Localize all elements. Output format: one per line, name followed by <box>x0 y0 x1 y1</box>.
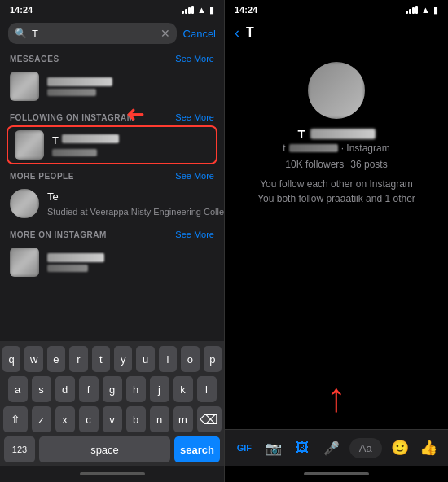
home-bar-right <box>304 472 369 475</box>
signal-icon-right <box>406 6 418 14</box>
message-input[interactable]: Aa <box>349 438 382 458</box>
home-bar-left <box>80 472 145 475</box>
key-n[interactable]: n <box>150 406 169 432</box>
following-see-more[interactable]: See More <box>175 112 214 122</box>
battery-icon-right: ▮ <box>433 5 438 15</box>
key-123[interactable]: 123 <box>4 436 35 462</box>
search-input-wrap[interactable]: 🔍 T ✕ <box>8 23 177 44</box>
profile-avatar <box>308 62 365 119</box>
home-indicator-right <box>225 466 448 482</box>
key-a[interactable]: a <box>8 376 28 402</box>
red-arrow-right: ↑ <box>327 374 347 421</box>
mic-button[interactable]: 🎤 <box>320 436 343 459</box>
more-instagram-result-item[interactable] <box>0 243 224 282</box>
following-name-blur <box>62 134 119 143</box>
avatar-blur <box>308 62 365 119</box>
key-c[interactable]: c <box>79 406 99 432</box>
emoji-button[interactable]: 🙂 <box>389 436 411 459</box>
right-top-bar: ‹ T <box>225 20 448 46</box>
photo-icon: 🖼 <box>296 440 309 455</box>
key-y[interactable]: y <box>114 346 132 372</box>
key-k[interactable]: k <box>173 376 193 402</box>
time-left: 14:24 <box>10 5 33 15</box>
profile-name-letter: T <box>297 127 305 141</box>
messages-section-title: MESSAGES <box>10 55 59 64</box>
mic-icon: 🎤 <box>323 440 340 456</box>
profile-info-line-1: You follow each other on Instagram <box>257 177 415 191</box>
key-q[interactable]: q <box>2 346 20 372</box>
more-instagram-name-blur <box>47 253 104 262</box>
more-instagram-item-text <box>47 253 214 272</box>
right-bottom-bar: GIF 📷 🖼 🎤 Aa 🙂 👍 <box>225 429 448 466</box>
profile-info-lines: You follow each other on Instagram You b… <box>257 177 415 206</box>
key-i[interactable]: i <box>159 346 177 372</box>
battery-icon: ▮ <box>209 5 214 15</box>
profile-name-row: T <box>297 127 375 141</box>
messages-sub-blur <box>47 89 96 96</box>
gif-label: GIF <box>237 443 252 453</box>
key-space[interactable]: space <box>39 436 170 462</box>
messages-name-blur <box>47 77 112 86</box>
search-input[interactable]: T <box>32 28 156 40</box>
key-b[interactable]: b <box>126 406 146 432</box>
message-placeholder: Aa <box>359 442 372 454</box>
following-section-title: FOLLOWING ON INSTAGRAM <box>10 113 134 122</box>
keyboard-row-1: q w e r t y u i o p <box>2 346 222 372</box>
search-results-list: MESSAGES See More FOLLOWING ON INSTAGRAM… <box>0 47 224 341</box>
status-icons-right: ▲ ▮ <box>406 5 438 15</box>
messages-see-more[interactable]: See More <box>175 54 214 64</box>
emoji-icon: 🙂 <box>391 439 409 457</box>
clear-search-button[interactable]: ✕ <box>160 27 170 40</box>
messages-result-item[interactable] <box>0 67 224 106</box>
key-h[interactable]: h <box>126 376 146 402</box>
following-item-text: T <box>52 134 209 156</box>
status-bar-left: 14:24 ▲ ▮ <box>0 0 224 20</box>
key-g[interactable]: g <box>103 376 122 402</box>
more-people-avatar <box>10 189 39 218</box>
profile-handle-row: t · Instagram <box>283 142 389 154</box>
profile-stats: 10K followers 36 posts <box>285 159 387 170</box>
more-people-sub: Studied at Veerappa Nisty Engineering Co… <box>47 207 224 217</box>
key-s[interactable]: s <box>32 376 51 402</box>
back-button[interactable]: ‹ <box>235 24 239 42</box>
camera-button[interactable]: 📷 <box>262 436 285 459</box>
key-v[interactable]: v <box>103 406 122 432</box>
profile-handle-blur <box>289 144 338 152</box>
more-people-result-item[interactable]: Te Studied at Veerappa Nisty Engineering… <box>0 184 224 223</box>
status-bar-right: 14:24 ▲ ▮ <box>225 0 448 20</box>
camera-icon: 📷 <box>266 440 282 456</box>
more-instagram-section-title: MORE ON INSTAGRAM <box>10 230 107 239</box>
more-people-see-more[interactable]: See More <box>175 171 214 181</box>
more-people-name: Te <box>47 191 59 203</box>
wifi-icon: ▲ <box>197 5 206 15</box>
key-w[interactable]: w <box>24 346 42 372</box>
keyboard: q w e r t y u i o p a s d f g h j k l ⇧ … <box>0 341 224 466</box>
like-button[interactable]: 👍 <box>417 436 440 459</box>
key-u[interactable]: u <box>136 346 154 372</box>
key-e[interactable]: e <box>47 346 65 372</box>
key-t[interactable]: t <box>92 346 110 372</box>
following-name-letter: T <box>52 134 59 147</box>
key-shift[interactable]: ⇧ <box>3 406 28 432</box>
gif-button[interactable]: GIF <box>233 436 256 459</box>
key-m[interactable]: m <box>173 406 193 432</box>
key-f[interactable]: f <box>79 376 99 402</box>
more-instagram-see-more[interactable]: See More <box>175 230 214 239</box>
keyboard-row-2: a s d f g h j k l <box>2 376 222 402</box>
photo-button[interactable]: 🖼 <box>291 436 314 459</box>
more-instagram-sub-blur <box>47 265 88 272</box>
key-search[interactable]: search <box>174 436 220 462</box>
key-r[interactable]: r <box>69 346 87 372</box>
messages-item-text <box>47 77 214 96</box>
following-result-item-highlighted[interactable]: T <box>7 125 217 164</box>
key-l[interactable]: l <box>197 376 217 402</box>
key-z[interactable]: z <box>32 406 51 432</box>
cancel-button[interactable]: Cancel <box>183 28 216 40</box>
key-p[interactable]: p <box>204 346 222 372</box>
key-o[interactable]: o <box>181 346 199 372</box>
key-j[interactable]: j <box>150 376 169 402</box>
search-bar: 🔍 T ✕ Cancel <box>0 20 224 47</box>
key-d[interactable]: d <box>55 376 75 402</box>
key-x[interactable]: x <box>55 406 75 432</box>
key-delete[interactable]: ⌫ <box>197 406 222 432</box>
